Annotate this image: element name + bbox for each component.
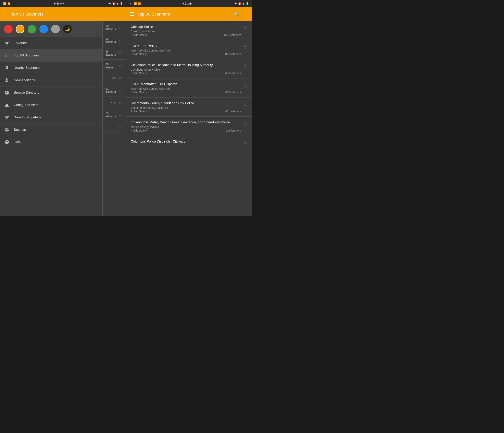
scanner-info-fdny-manhattan: FDNY Manhattan Fire Dispatch New York Ci… [131, 82, 243, 94]
battery-icon: 🔋 [120, 2, 123, 5]
scanner-item-fdny-manhattan[interactable]: FDNY Manhattan Fire Dispatch New York Ci… [126, 78, 252, 97]
scanner-name-chicago: Chicago Police [131, 25, 241, 29]
scanner-type-sacramento: Public Safety [131, 110, 147, 113]
new-additions-label: New Additions [14, 78, 35, 82]
back-button[interactable]: ← [4, 12, 8, 17]
partial-item-4: 60 listeners ☆ [103, 60, 126, 72]
scanner-info-columbus: Columbus Police Dispatch - Citywide [131, 139, 243, 145]
scanner-meta-chicago: Public Safety 1660 listeners [131, 34, 241, 37]
bt-icon-r: ⊕ [242, 2, 244, 5]
scanner-name-cleveland: Cleveland Police Dispatch and Metro Hous… [131, 63, 241, 67]
partial-item-1: 60 listeners ☆ [103, 21, 126, 34]
partial-item-8: 75 listeners ☆ [103, 108, 126, 121]
alerts-label: Configured Alerts [14, 103, 39, 107]
signal-right: 4G 📶 📶 [130, 2, 141, 5]
scanner-name-indianapolis: Indianapolis Metro, Beech Grove, Lawrenc… [131, 120, 241, 124]
scanner-name-fdny-manhattan: FDNY Manhattan Fire Dispatch [131, 82, 241, 86]
partial-content: 60 listeners ☆ 13 listeners ☆ 88 listene… [102, 21, 126, 216]
scanner-type-fdny-manhattan: Public Safety [131, 91, 147, 94]
help-icon [4, 140, 9, 145]
scanner-info-chicago: Chicago Police Cook County, Illinois Pub… [131, 25, 243, 37]
scanner-meta-indianapolis: Public Safety 375 listeners [131, 129, 241, 132]
signal-icon-r2: 📶 [138, 2, 141, 5]
eye-icon-r: 👁 [234, 2, 237, 5]
scanner-listeners-cleveland: 488 listeners [225, 72, 241, 75]
theme-gray[interactable] [51, 25, 60, 34]
scanner-type-indianapolis: Public Safety [131, 129, 147, 132]
more-button[interactable]: ⋮ [244, 11, 248, 17]
alarm-icon-r: ⏰ [238, 2, 241, 5]
theme-green[interactable] [27, 25, 36, 34]
scanner-item-columbus[interactable]: Columbus Police Dispatch - Citywide ☆ [126, 136, 252, 149]
favorite-sacramento[interactable]: ☆ [243, 102, 248, 107]
browse-label: Browse Directory [14, 91, 39, 95]
bluetooth-icon: ⊕ [116, 2, 118, 5]
scanner-type-fdny: Public Safety [131, 52, 147, 56]
scanner-info-indianapolis: Indianapolis Metro, Beech Grove, Lawrenc… [131, 120, 243, 132]
signal-icon-r: 📶 [134, 2, 137, 5]
scanner-location-indianapolis: Marion County, Indiana [131, 125, 241, 129]
scanner-location-fdny-manhattan: New York City County, New York [131, 87, 241, 90]
scanner-item-chicago[interactable]: Chicago Police Cook County, Illinois Pub… [126, 21, 252, 40]
scanner-meta-sacramento: Public Safety 401 listeners [131, 110, 241, 113]
status-icons-right: 👁 ⏰ ⊕ 🔋 [234, 2, 249, 5]
right-app-header: ☰ Top 50 Scanners 🔍 ⋮ [126, 7, 252, 21]
left-phone: 📶 📶 9:53 AM 👁 ⏰ ⊕ 🔋 ← Top 50 Scanners 🌙 [0, 0, 126, 216]
theme-dark[interactable]: 🌙 [63, 25, 72, 34]
scanner-name-sacramento: Sacramento County Sheriff and City Polic… [131, 101, 241, 105]
scanner-info-sacramento: Sacramento County Sheriff and City Polic… [131, 101, 243, 113]
battery-icon-r: 🔋 [246, 2, 249, 5]
scanner-listeners-fdny: 813 listeners [225, 52, 241, 56]
theme-orange[interactable] [16, 25, 24, 34]
partial-item-6: 01 listeners ☆ [103, 84, 126, 97]
scanner-name-columbus: Columbus Police Dispatch - Citywide [131, 139, 241, 144]
compass-icon [4, 90, 9, 95]
signal-icon2: 📶 [8, 2, 10, 5]
scanner-type-cleveland: Public Safety [131, 72, 147, 75]
left-header-title: Top 50 Scanners [11, 12, 122, 17]
nearby-label: Nearby Scanners [14, 66, 40, 70]
scanner-type-chicago: Public Safety [131, 34, 147, 37]
scanner-list: Chicago Police Cook County, Illinois Pub… [126, 21, 252, 216]
favorite-columbus[interactable]: ☆ [243, 140, 248, 145]
favorite-fdny[interactable]: ☆ [243, 44, 248, 50]
favorite-cleveland[interactable]: ☆ [243, 63, 248, 69]
partial-item-5: ice, ☆ [103, 72, 126, 84]
scanner-item-fdny[interactable]: FDNY Fire DARS New York City County, New… [126, 40, 252, 59]
left-app-header: ← Top 50 Scanners [0, 7, 126, 21]
scanner-location-chicago: Cook County, Illinois [131, 30, 241, 33]
settings-label: Settings [14, 128, 26, 132]
scanner-location-cleveland: Cuyahoga County, Ohio [131, 68, 241, 71]
theme-red[interactable] [4, 25, 13, 34]
scanner-listeners-chicago: 1660 listeners [224, 34, 241, 37]
status-time-left: 9:53 AM [54, 2, 64, 5]
theme-blue[interactable] [39, 25, 48, 34]
scanner-meta-cleveland: Public Safety 488 listeners [131, 72, 241, 75]
chart-icon [4, 53, 9, 58]
menu-button[interactable]: ☰ [130, 11, 134, 17]
broadcastify-label: Broadcastify Alerts [14, 115, 42, 119]
search-button[interactable]: 🔍 [234, 12, 239, 17]
favorite-chicago[interactable]: ☆ [243, 25, 248, 31]
warning-icon [4, 103, 9, 108]
scanner-item-indianapolis[interactable]: Indianapolis Metro, Beech Grove, Lawrenc… [126, 117, 252, 136]
signal-icon: 📶 [3, 2, 6, 5]
location-icon [4, 65, 9, 70]
star-icon [4, 41, 9, 46]
favorite-indianapolis[interactable]: ☆ [243, 121, 248, 126]
favorites-label: Favorites [14, 41, 27, 45]
scanner-info-fdny: FDNY Fire DARS New York City County, New… [131, 44, 243, 56]
status-icons-left: 👁 ⏰ ⊕ 🔋 [108, 2, 123, 5]
scanner-location-fdny: New York City County, New York [131, 49, 241, 52]
scanner-name-fdny: FDNY Fire DARS [131, 44, 241, 48]
status-bar-right: 4G 📶 📶 9:53 AM 👁 ⏰ ⊕ 🔋 [126, 0, 252, 7]
scanner-item-sacramento[interactable]: Sacramento County Sheriff and City Polic… [126, 97, 252, 117]
download-icon [4, 78, 9, 83]
help-label: Help [14, 140, 21, 144]
right-header-title: Top 50 Scanners [137, 12, 231, 17]
favorite-fdny-manhattan[interactable]: ☆ [243, 82, 248, 88]
partial-item-2: 13 listeners ☆ [103, 34, 126, 47]
eye-icon: 👁 [108, 2, 111, 5]
status-time-right: 9:53 AM [182, 2, 192, 5]
scanner-item-cleveland[interactable]: Cleveland Police Dispatch and Metro Hous… [126, 59, 252, 78]
